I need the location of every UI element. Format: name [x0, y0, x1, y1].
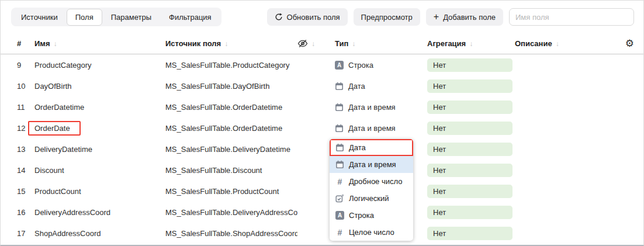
refresh-fields-button[interactable]: Обновить поля: [267, 8, 348, 26]
row-index: 13: [17, 145, 34, 154]
field-name: ShopAddressCoord: [34, 229, 101, 238]
table-row: 16DeliveryAddressCoordMS_SalesFullTable.…: [1, 202, 643, 223]
table-row: 15ProductCountMS_SalesFullTable.ProductC…: [1, 181, 643, 202]
preview-button-label: Предпросмотр: [361, 13, 413, 22]
column-header-description-label: Описание: [515, 39, 552, 48]
field-name-search-input[interactable]: [509, 8, 634, 26]
aggregation-badge[interactable]: Нет: [427, 101, 513, 114]
column-header-source-label: Источник поля: [165, 39, 221, 48]
column-header-aggregation[interactable]: Агрегация ↓: [427, 39, 515, 48]
aggregation-badge[interactable]: Нет: [427, 185, 513, 198]
aggregation-badge[interactable]: Нет: [427, 79, 513, 93]
column-header-name[interactable]: Имя ↓: [34, 39, 165, 48]
datetime-type-icon: [335, 160, 344, 169]
add-field-button[interactable]: + Добавить поле: [426, 8, 503, 26]
field-name: ProductCount: [34, 187, 81, 196]
field-name-cell[interactable]: OrderDate: [34, 121, 165, 136]
column-header-name-label: Имя: [34, 39, 50, 48]
string-type-icon: A: [335, 61, 344, 70]
field-name-cell[interactable]: Discount: [34, 166, 165, 175]
field-name-cell[interactable]: DeliveryAddressCoord: [34, 208, 165, 217]
column-settings-button[interactable]: ⚙: [611, 37, 634, 50]
field-aggregation-cell: Нет: [427, 164, 515, 177]
table-row: 12OrderDateMS_SalesFullTable.OrderDateti…: [1, 117, 643, 138]
row-index: 17: [17, 229, 34, 238]
date-type-icon: [335, 143, 344, 152]
sort-arrow-icon: ↓: [556, 40, 559, 48]
field-name-cell[interactable]: DayOfBirth: [34, 82, 165, 91]
datetime-type-icon: [335, 103, 344, 112]
gear-icon: ⚙: [625, 37, 634, 50]
sort-arrow-icon: ↓: [469, 40, 473, 48]
field-source-cell: MS_SalesFullTable.ProductCount: [165, 187, 297, 196]
float-type-icon: #: [335, 177, 344, 186]
sort-arrow-icon: ↓: [54, 40, 57, 48]
type-option-date[interactable]: Дата: [330, 139, 413, 156]
row-index: 16: [17, 208, 34, 217]
aggregation-badge[interactable]: Нет: [427, 164, 513, 177]
table-body: 9ProductCategoryMS_SalesFullTable.Produc…: [1, 54, 643, 244]
field-name: OrderDate: [34, 124, 70, 133]
field-name-cell[interactable]: ProductCount: [34, 187, 165, 196]
row-index: 15: [17, 187, 34, 196]
field-source-cell: MS_SalesFullTable.DeliveryAddressCoord: [165, 208, 297, 217]
preview-button[interactable]: Предпросмотр: [354, 8, 420, 26]
field-aggregation-cell: Нет: [427, 143, 515, 156]
table-row: 14DiscountMS_SalesFullTable.DiscountНет: [1, 160, 643, 181]
dataset-fields-editor: ИсточникиПоляПараметрыФильтрация Обновит…: [0, 0, 644, 246]
section-tabs: ИсточникиПоляПараметрыФильтрация: [11, 8, 221, 26]
field-source-cell: MS_SalesFullTable.Discount: [165, 166, 297, 175]
aggregation-badge[interactable]: Нет: [427, 58, 513, 72]
field-type-label: Дата и время: [348, 124, 396, 133]
column-header-type-label: Тип: [335, 39, 348, 48]
field-name: ProductCategory: [34, 61, 92, 70]
column-header-visibility[interactable]: ↓: [297, 39, 335, 48]
sort-arrow-icon: ↓: [352, 40, 355, 48]
field-source-cell: MS_SalesFullTable.ShopAddressCoord: [165, 229, 297, 238]
field-name-cell[interactable]: ProductCategory: [34, 61, 165, 70]
field-name-cell[interactable]: DeliveryDatetime: [34, 145, 165, 154]
sort-arrow-icon: ↓: [224, 40, 228, 48]
column-header-index: #: [17, 39, 34, 48]
type-option-label: Целое число: [349, 228, 394, 237]
tab-fields[interactable]: Поля: [67, 9, 102, 26]
sort-arrow-icon: ↓: [311, 40, 315, 48]
field-type-cell[interactable]: AСтрока: [335, 61, 427, 70]
type-option-string[interactable]: AСтрока: [330, 207, 413, 224]
toolbar: ИсточникиПоляПараметрыФильтрация Обновит…: [1, 1, 643, 33]
type-option-integer[interactable]: #Целое число: [330, 224, 413, 241]
row-index: 10: [17, 82, 34, 91]
row-index: 14: [17, 166, 34, 175]
field-type-cell[interactable]: Дата: [335, 82, 427, 91]
annotation-red-box: OrderDate: [28, 121, 81, 136]
field-source-cell: MS_SalesFullTable.DayOfBirth: [165, 82, 297, 91]
type-option-float[interactable]: #Дробное число: [330, 173, 413, 190]
type-option-boolean[interactable]: Логический: [330, 190, 413, 207]
field-type-cell[interactable]: Дата и время: [335, 124, 427, 133]
aggregation-badge[interactable]: Нет: [427, 227, 513, 240]
date-type-icon: [335, 82, 344, 91]
field-name-cell[interactable]: ShopAddressCoord: [34, 229, 165, 238]
eye-slash-icon: [297, 39, 308, 48]
aggregation-badge[interactable]: Нет: [427, 143, 513, 156]
add-field-button-label: Добавить поле: [443, 13, 496, 22]
tab-parameters[interactable]: Параметры: [102, 9, 160, 26]
refresh-icon: [275, 13, 283, 21]
tab-sources[interactable]: Источники: [12, 9, 67, 26]
aggregation-badge[interactable]: Нет: [427, 122, 513, 135]
type-option-label: Строка: [349, 211, 374, 220]
aggregation-badge[interactable]: Нет: [427, 206, 513, 219]
tab-filtering[interactable]: Фильтрация: [160, 9, 220, 26]
column-header-source[interactable]: Источник поля ↓: [165, 39, 297, 48]
table-row: 13DeliveryDatetimeMS_SalesFullTable.Deli…: [1, 138, 643, 160]
type-option-datetime[interactable]: Дата и время: [330, 156, 413, 173]
column-header-type[interactable]: Тип ↓: [335, 39, 427, 48]
field-type-cell[interactable]: Дата и время: [335, 103, 427, 112]
type-select-dropdown: ДатаДата и время#Дробное числоЛогический…: [330, 139, 413, 241]
field-name-cell[interactable]: OrderDatetime: [34, 103, 165, 112]
boolean-type-icon: [335, 194, 344, 203]
table-row: 9ProductCategoryMS_SalesFullTable.Produc…: [1, 54, 643, 75]
row-index: 11: [17, 103, 34, 112]
column-header-description[interactable]: Описание ↓: [515, 39, 611, 48]
string-type-icon: A: [335, 211, 344, 220]
